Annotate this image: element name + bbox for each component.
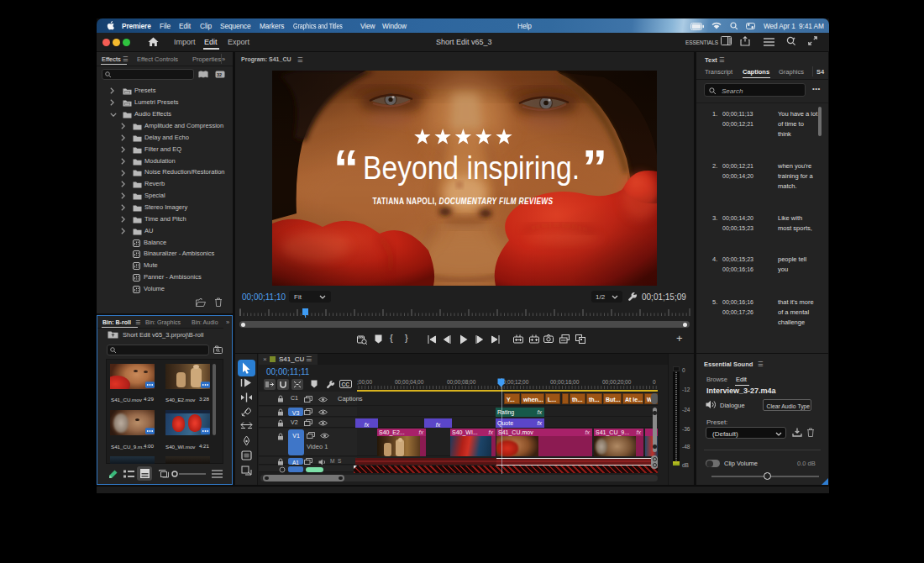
svg-text:“: “ <box>333 139 355 196</box>
svg-text:”: ” <box>582 139 604 196</box>
svg-text:32: 32 <box>217 72 222 77</box>
svg-text:TATIANA NAPOLI, DOCUMENTARY FI: TATIANA NAPOLI, DOCUMENTARY FILM REVIEWS <box>373 197 554 206</box>
svg-text:Beyond inspiring.: Beyond inspiring. <box>363 150 580 186</box>
